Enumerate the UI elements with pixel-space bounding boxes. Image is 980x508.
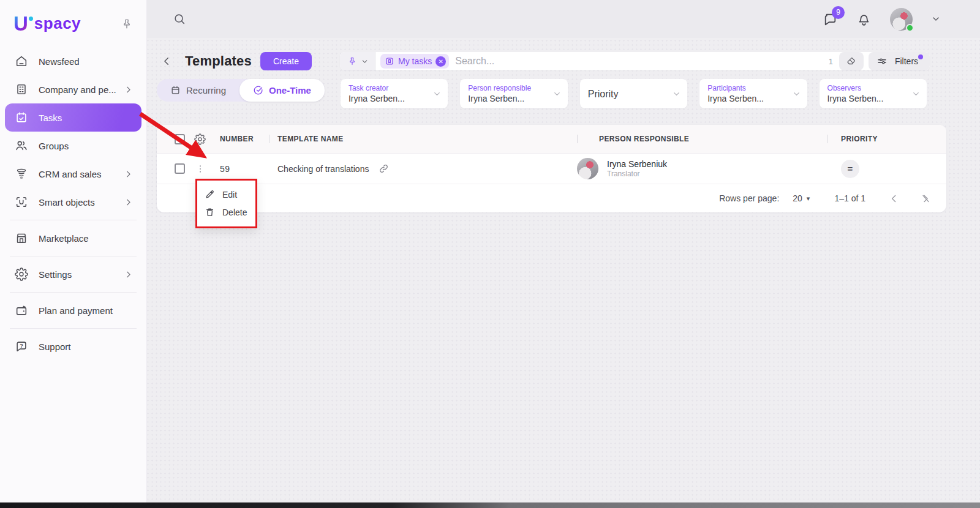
tab-one-time[interactable]: One-Time [239,79,325,102]
saved-search-dropdown[interactable] [340,52,375,70]
pagination-range: 1–1 of 1 [834,193,865,203]
rows-per-page-label: Rows per page: [719,193,779,203]
rows-per-page-select[interactable]: 20 ▾ [793,193,810,203]
search-result-count: 1 [829,57,833,66]
sidebar-divider [10,328,137,329]
filter-label: Task creator [349,84,432,93]
notifications-bell-icon[interactable] [856,12,872,27]
filter-person-responsible[interactable]: Person responsible Iryna Serben... [460,79,567,108]
sidebar-item-label: Groups [39,141,133,151]
filter-task-creator[interactable]: Task creator Iryna Serben... [341,79,448,108]
users-icon [15,139,28,152]
priority-medium-icon[interactable]: = [841,160,859,178]
tab-label: One-Time [269,85,311,95]
bookmark-icon [385,56,394,66]
logo-dot [29,17,33,21]
chevron-down-icon [672,89,681,99]
check-circle-icon [253,85,263,95]
table-settings-gear-icon[interactable] [185,133,215,145]
table-row[interactable]: 59 Checking of translations Iryna Serben… [157,154,946,184]
sidebar-item-label: Newsfeed [39,56,133,67]
search-input[interactable] [455,56,829,67]
sidebar-item-settings[interactable]: Settings [5,260,141,288]
person-name[interactable]: Iryna Serbeniuk [607,159,667,170]
gear-icon [15,267,28,281]
sidebar-item-plan-payment[interactable]: Plan and payment [5,296,141,324]
filter-value: Iryna Serben... [827,93,911,104]
sidebar-item-groups[interactable]: Groups [5,132,141,160]
chevron-down-icon [552,89,562,99]
sliders-icon [876,56,888,67]
sidebar-item-company[interactable]: Company and pe... [5,75,141,103]
sidebar-nav: Newsfeed Company and pe... Tasks Groups … [0,47,146,360]
sidebar-divider [10,292,137,293]
funnel-icon [15,167,28,181]
filter-selects: Task creator Iryna Serben... Person resp… [341,79,927,108]
app-window: U spacy Newsfeed Company and pe... Tasks [0,0,980,508]
select-all-checkbox[interactable] [175,134,185,144]
filters-button[interactable]: Filters [869,52,930,70]
template-name[interactable]: Checking of translations [277,164,369,174]
row-number: 59 [215,164,269,174]
chevron-down-icon [792,89,801,99]
filter-value: Iryna Serben... [349,93,432,104]
filter-observers[interactable]: Observers Iryna Serben... [820,79,927,108]
column-header-template-name[interactable]: TEMPLATE NAME [277,135,344,143]
next-page-icon[interactable] [920,193,930,204]
back-chevron-icon[interactable] [161,56,172,67]
sidebar-item-marketplace[interactable]: Marketplace [5,224,141,252]
messages-icon[interactable]: 9 [823,12,838,27]
row-context-menu: Edit Delete [195,179,257,228]
caret-down-icon: ▾ [807,195,810,203]
sidebar-item-tasks[interactable]: Tasks [5,103,141,132]
chip-label: My tasks [398,56,432,66]
sidebar-item-support[interactable]: ? Support [5,332,141,360]
sidebar-item-newsfeed[interactable]: Newsfeed [5,47,141,75]
logo-text: spacy [34,14,81,33]
svg-text:?: ? [20,343,23,349]
support-chat-icon: ? [15,340,28,353]
calendar-check-icon [15,111,28,124]
user-avatar[interactable] [890,8,913,31]
menu-item-label: Delete [222,207,247,217]
sidebar-item-smart-objects[interactable]: Smart objects [5,188,141,216]
topbar: 9 [147,0,980,38]
filter-participants[interactable]: Participants Iryna Serben... [699,79,807,108]
profile-chevron-down-icon[interactable] [931,14,941,24]
remove-chip-icon[interactable]: ✕ [435,56,446,67]
column-header-person[interactable]: PERSON RESPONSIBLE [599,135,689,143]
sidebar: U spacy Newsfeed Company and pe... Tasks [0,0,147,508]
menu-item-edit[interactable]: Edit [197,185,255,203]
menu-item-delete[interactable]: Delete [197,203,255,221]
previous-page-icon[interactable] [889,193,899,204]
tab-recurring[interactable]: Recurring [157,79,239,102]
global-search-icon[interactable] [173,12,186,26]
tab-label: Recurring [186,85,226,95]
create-button[interactable]: Create [260,52,312,70]
chevron-right-icon [124,270,133,279]
sidebar-item-label: Marketplace [39,233,133,244]
pencil-icon [205,189,215,200]
filter-value: Iryna Serben... [707,93,791,104]
clear-search-button[interactable] [839,52,864,70]
main-content: Templates Create My tasks ✕ 1 [147,38,980,508]
filter-priority[interactable]: Priority [580,79,687,108]
row-actions-menu-icon[interactable] [185,164,215,174]
sidebar-divider [10,220,137,220]
column-header-priority[interactable]: PRIORITY [841,135,878,143]
person-avatar [577,158,598,179]
sidebar-item-label: Settings [39,269,124,280]
copy-link-icon[interactable] [379,163,389,174]
filter-label: Participants [707,84,791,93]
uspacy-logo[interactable]: U spacy [13,13,81,34]
menu-item-label: Edit [222,190,237,200]
sidebar-item-crm[interactable]: CRM and sales [5,160,141,188]
filter-label: Person responsible [468,84,552,93]
filter-value: Iryna Serben... [468,93,552,104]
home-icon [15,54,28,68]
messages-badge: 9 [832,6,845,19]
sidebar-pin-icon[interactable] [121,18,133,30]
row-checkbox[interactable] [175,163,185,174]
my-tasks-filter-chip[interactable]: My tasks ✕ [380,54,449,69]
column-header-number[interactable]: NUMBER [215,135,269,143]
